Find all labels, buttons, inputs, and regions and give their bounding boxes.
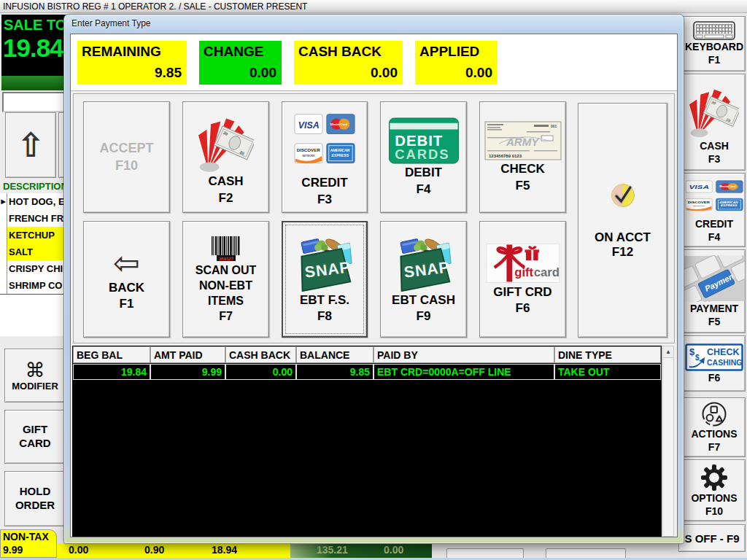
- hold-order-label: ORDER: [15, 499, 55, 513]
- scroll-up-button[interactable]: ⇧: [5, 112, 56, 178]
- gift-card-button[interactable]: GIFT CARD: [4, 410, 66, 464]
- button-fkey: F5: [516, 179, 530, 193]
- check-cashing-f6-button[interactable]: $ $ CHECK CASHING F6: [683, 335, 746, 392]
- button-fkey: F1: [708, 54, 720, 66]
- back-f1-button[interactable]: ⇦ BACK F1: [83, 221, 170, 338]
- check-f5-button[interactable]: 001 ARMY 123456789 0123 CHECK F5: [479, 101, 566, 213]
- button-label: KEYBOARD: [685, 41, 743, 53]
- row-marker-icon: [0, 244, 7, 260]
- scan-out-non-ebt-f7-button[interactable]: 369127 SCAN OUT NON-EBT ITEMS F7: [182, 221, 269, 338]
- item-label: CRISPY CHI: [7, 263, 63, 274]
- cash-f2-button[interactable]: 20 20 CASH F2: [182, 101, 269, 213]
- svg-text:card: card: [533, 265, 559, 279]
- table-scrollbar[interactable]: ▲: [662, 346, 674, 537]
- hidden-bottom-button[interactable]: [446, 548, 524, 558]
- gift-crd-f6-button[interactable]: gift card GIFT CRD F6: [479, 221, 566, 338]
- left-panel: SALE TO 19.84 ⇧ DESCRIPTION ▶ HOT DOG, E…: [0, 13, 70, 529]
- svg-text:MasterCard: MasterCard: [719, 186, 735, 188]
- back-arrow-icon: ⇦: [113, 247, 140, 279]
- table-cell: TAKE OUT: [554, 364, 661, 380]
- list-item[interactable]: SALT: [0, 244, 70, 261]
- list-item[interactable]: SHRIMP CO: [0, 277, 70, 295]
- gift-card-label: GIFT: [23, 423, 47, 437]
- app-titlebar: INFUSION BISTRO REG # 1 OPERATOR 2. / SA…: [0, 0, 747, 13]
- change-box: CHANGE 0.00: [199, 41, 282, 85]
- item-label: KETCHUP: [7, 230, 55, 241]
- remaining-box: REMAINING 9.85: [77, 41, 187, 85]
- actions-f7-button[interactable]: ACTIONS F7: [683, 397, 746, 457]
- scroll-up-icon[interactable]: ▲: [663, 346, 673, 358]
- list-item[interactable]: ▶ HOT DOG, E: [0, 193, 70, 211]
- modifier-button[interactable]: ⌘ MODIFIER: [4, 349, 66, 402]
- on-acct-f12-button[interactable]: ON ACCT F12: [578, 103, 667, 338]
- ebt-fs-f8-button[interactable]: SNAP EBT F.S. F8: [282, 221, 368, 338]
- svg-text:NETWORK: NETWORK: [693, 205, 705, 207]
- check-cashing-logo-icon: $ $ CHECK CASHING: [685, 343, 743, 371]
- non-tax-value: 9.99: [3, 544, 56, 557]
- total-field: 0.90: [144, 544, 164, 556]
- command-icon: ⌘: [26, 359, 45, 381]
- ebt-cash-f9-button[interactable]: SNAP EBT CASH F9: [380, 221, 467, 338]
- button-fkey: F10: [705, 505, 723, 518]
- list-item[interactable]: KETCHUP: [0, 227, 70, 244]
- sale-total-box: SALE TO 19.84: [1, 15, 69, 76]
- row-marker-icon: [0, 260, 7, 277]
- row-marker-icon: [0, 277, 7, 294]
- svg-text:gift: gift: [514, 265, 533, 279]
- button-label: PAYMENT: [690, 303, 738, 315]
- button-fkey: F1: [120, 297, 134, 311]
- keyboard-button[interactable]: KEYBOARD F1: [683, 16, 746, 71]
- table-cell: 9.85: [296, 364, 374, 380]
- button-label: OPTIONS: [691, 492, 737, 505]
- column-header[interactable]: CASH BACK: [225, 346, 296, 363]
- description-column-header: DESCRIPTION: [3, 181, 68, 192]
- list-item[interactable]: CRISPY CHI: [0, 260, 70, 278]
- options-f10-button[interactable]: OPTIONS F10: [683, 459, 746, 521]
- check-document-icon: 001 ARMY 123456789 0123: [484, 121, 562, 160]
- list-item[interactable]: FRENCH FR: [0, 210, 70, 228]
- column-header[interactable]: PAID BY: [374, 346, 554, 363]
- svg-text:VISA: VISA: [689, 184, 709, 190]
- dialog-title: Enter Payment Type: [71, 18, 151, 28]
- row-marker-icon: [0, 227, 7, 244]
- hidden-bottom-button[interactable]: [546, 548, 626, 558]
- button-label: ON ACCT: [595, 230, 651, 245]
- column-header[interactable]: BALANCE: [296, 346, 374, 363]
- column-header[interactable]: DINE TYPE: [554, 346, 661, 363]
- debit-f4-button[interactable]: DEBIT CARDS DEBIT F4: [380, 101, 467, 213]
- credit-f3-button[interactable]: VISA MasterCard DISCOVER NETWORK AMERICA…: [282, 101, 368, 213]
- item-list: ▶ HOT DOG, E FRENCH FR KETCHUP SALT CRIS…: [0, 193, 70, 336]
- hold-order-button[interactable]: HOLD ORDER: [4, 471, 66, 526]
- button-fkey: F4: [417, 182, 431, 197]
- debit-card-icon: DEBIT CARDS: [388, 117, 460, 164]
- button-fkey: F8: [317, 309, 332, 324]
- credit-f4-button[interactable]: VISA MasterCard DISCOVER NETWORK AMERICA…: [683, 173, 746, 247]
- button-label: EBT F.S.: [300, 293, 349, 308]
- svg-text:CASHING: CASHING: [707, 358, 742, 367]
- svg-text:$: $: [689, 346, 695, 357]
- button-fkey: F2: [219, 191, 233, 206]
- entry-input[interactable]: [2, 92, 69, 112]
- accept-f10-button[interactable]: ACCEPT F10: [83, 101, 170, 213]
- column-header[interactable]: AMT PAID: [150, 346, 225, 363]
- sale-total-value: 19.84: [3, 34, 69, 63]
- non-tax-label: NON-TAX: [3, 531, 56, 544]
- hold-order-label: HOLD: [20, 485, 51, 499]
- gift-card-label: CARD: [19, 437, 50, 451]
- svg-text:CARDS: CARDS: [395, 147, 449, 163]
- button-fkey: F10: [115, 158, 138, 174]
- button-label: DEBIT: [405, 166, 442, 180]
- svg-text:$: $: [695, 354, 700, 362]
- gift-card-icon: gift card: [486, 243, 560, 284]
- svg-text:MasterCard: MasterCard: [330, 122, 348, 126]
- button-fkey: F3: [317, 192, 332, 207]
- svg-text:DISCOVER: DISCOVER: [297, 148, 320, 153]
- svg-text:DISCOVER: DISCOVER: [688, 201, 711, 204]
- cash-f3-button[interactable]: 20 20 CASH F3: [683, 74, 746, 171]
- button-label: GIFT CRD: [493, 285, 551, 300]
- button-label: SCAN OUT: [196, 264, 257, 278]
- column-header[interactable]: BEG BAL: [73, 346, 150, 363]
- button-label: CHECK: [500, 162, 544, 176]
- payment-f5-button[interactable]: Payment Shift PAYMENT F5: [683, 249, 746, 333]
- s-off-button[interactable]: S OFF - F9: [678, 524, 746, 552]
